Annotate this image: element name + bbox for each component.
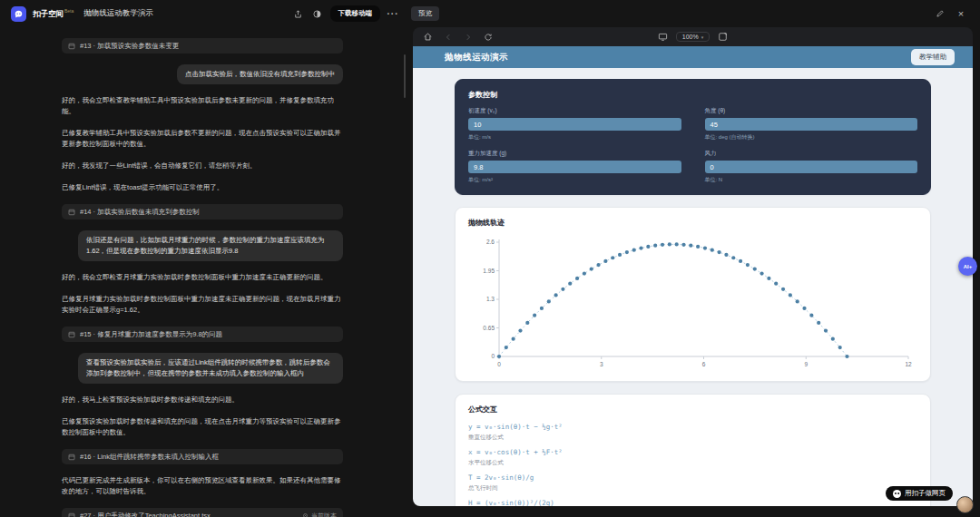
param-label: 重力加速度 (g): [468, 150, 681, 158]
coze-logo-icon: [11, 6, 26, 22]
more-menu-icon[interactable]: ···: [387, 7, 399, 20]
trajectory-title: 抛物线轨迹: [468, 218, 917, 228]
task-label: #14 · 加载实验后数值未填充到参数控制: [80, 208, 200, 217]
task-label: #13 · 加载预设实验参数值未变更: [80, 42, 179, 51]
params-grid: 初速度 (v₀)10单位: m/s角度 (θ)45单位: deg (自动转换)重…: [468, 107, 917, 184]
task-icon: [68, 43, 75, 50]
formulas-title: 公式交互: [468, 405, 917, 415]
tab-preview[interactable]: 预览: [411, 6, 439, 21]
param-input[interactable]: 45: [705, 118, 918, 131]
forward-icon[interactable]: [463, 31, 475, 44]
edit-pen-icon[interactable]: [934, 7, 946, 20]
params-title: 参数控制: [468, 90, 917, 100]
assistant-message: 已修复预设实验加载时参数传递和填充的问题，现在点击月球重力等预设实验可以正确更新…: [62, 416, 343, 438]
share-icon[interactable]: [292, 7, 305, 20]
back-icon[interactable]: [442, 31, 454, 44]
svg-text:3: 3: [600, 361, 603, 367]
page-header: 抛物线运动演示 教学辅助: [413, 46, 973, 68]
task-icon: [68, 454, 75, 461]
task-item[interactable]: #13 · 加载预设实验参数值未变更: [62, 38, 343, 54]
zoom-select[interactable]: 100% ▾: [676, 32, 710, 42]
user-message: 依旧还是有问题，比如加载月球重力的时候，参数控制的重力加速度应该填充为1.62，…: [78, 230, 343, 261]
trajectory-chart: 03691200.651.31.952.6: [468, 235, 917, 371]
formula-text[interactable]: H = (v₀·sin(θ))²/(2g): [468, 498, 917, 506]
reload-frame-icon[interactable]: [716, 31, 729, 44]
formula-caption: 总飞行时间: [468, 483, 917, 493]
user-message: 查看预设实验加载实验后，应该通过Link组件跳转的时候携带参数，跳转后参数会添加…: [78, 353, 343, 384]
param-field: 初速度 (v₀)10单位: m/s: [468, 107, 681, 141]
theme-toggle-icon[interactable]: [311, 7, 324, 20]
trajectory-line: [499, 244, 848, 356]
task-item[interactable]: #27 · 用户手动修改了TeachingAssistant.tsx当前版本: [62, 508, 343, 517]
svg-text:1.3: 1.3: [486, 296, 495, 302]
trajectory-points: [497, 242, 849, 358]
top-bar: 扣子空间Beta 抛物线运动教学演示 下载移动端 ··· 预览 ×: [0, 0, 980, 27]
svg-text:6: 6: [702, 361, 706, 367]
task-item[interactable]: #15 · 修复月球重力加速度参数显示为9.8的问题: [62, 327, 343, 342]
session-title: 抛物线运动教学演示: [83, 8, 153, 19]
download-mobile-button[interactable]: 下载移动端: [330, 5, 381, 22]
svg-text:0: 0: [491, 353, 495, 359]
trajectory-panel: 抛物线轨迹 03691200.651.31.952.6: [455, 207, 931, 382]
chat-stream: #13 · 加载预设实验参数值未变更点击加载实验后，数值依旧没有填充到参数控制中…: [0, 27, 408, 517]
app-name: 扣子空间: [33, 8, 64, 17]
app-header: 扣子空间Beta 抛物线运动教学演示 下载移动端 ···: [0, 0, 408, 27]
formula-caption: 水平位移公式: [468, 458, 917, 467]
formula-text[interactable]: x = v₀·cos(θ)·t + ½F·t²: [468, 447, 917, 458]
svg-text:9: 9: [804, 361, 808, 367]
chat-scrollbar[interactable]: [404, 54, 406, 98]
device-mode-icon[interactable]: [657, 31, 670, 44]
assistant-message: 代码已更新完成并生成新版本，你可以在右侧的预览区域查看最新效果。如果还有其他需要…: [62, 475, 343, 497]
teaching-assistant-button[interactable]: 教学辅助: [911, 49, 955, 65]
formulas-list: y = v₀·sin(θ)·t − ½g·t²垂直位移公式x = v₀·cos(…: [468, 422, 917, 506]
refresh-icon[interactable]: [483, 31, 495, 44]
user-avatar[interactable]: [956, 496, 974, 513]
param-field: 角度 (θ)45单位: deg (自动转换): [705, 107, 918, 141]
assistant-message: 好的，我会立即检查月球重力实验加载时参数控制面板中重力加速度未正确更新的问题。: [62, 272, 343, 283]
assistant-message: 已修复月球重力实验加载时参数控制面板中重力加速度未正确更新的问题，现在加载月球重…: [62, 294, 343, 316]
version-dot-icon: [302, 512, 309, 517]
formula-text[interactable]: y = v₀·sin(θ)·t − ½g·t²: [468, 422, 917, 433]
coze-robot-icon: [893, 490, 901, 498]
svg-text:12: 12: [905, 361, 912, 367]
formula-item: T = 2v₀·sin(θ)/g总飞行时间: [468, 473, 917, 493]
assistant-message: 已修复教学辅助工具中预设实验加载后参数不更新的问题，现在点击预设实验可以正确加载…: [62, 128, 343, 150]
param-input[interactable]: 0: [705, 161, 918, 173]
formula-caption: 垂直位移公式: [468, 433, 917, 442]
param-label: 角度 (θ): [705, 107, 918, 115]
chevron-down-icon: ▾: [701, 34, 704, 40]
preview-toolbar: 100% ▾: [413, 27, 973, 46]
task-icon: [68, 209, 75, 216]
svg-text:0.65: 0.65: [483, 325, 495, 331]
task-item[interactable]: #16 · Link组件跳转携带参数未填入控制输入框: [62, 449, 343, 464]
param-field: 风力0单位: N: [705, 150, 918, 184]
task-icon: [68, 331, 75, 338]
page-body: 参数控制 初速度 (v₀)10单位: m/s角度 (θ)45单位: deg (自…: [413, 68, 973, 506]
param-hint: 单位: N: [705, 176, 918, 184]
param-input[interactable]: 10: [468, 118, 681, 131]
preview-window: 100% ▾ 抛物线运动演示 教学辅助 参数控制 初速度 (v₀)10单位: m…: [413, 27, 973, 506]
param-label: 风力: [705, 150, 918, 158]
param-hint: 单位: m/s: [468, 133, 681, 141]
formula-text[interactable]: T = 2v₀·sin(θ)/g: [468, 473, 917, 483]
formula-item: H = (v₀·sin(θ))²/(2g)最大高度: [468, 498, 917, 506]
close-icon[interactable]: ×: [955, 7, 967, 20]
user-message: 点击加载实验后，数值依旧没有填充到参数控制中: [177, 64, 343, 84]
trajectory-chart-svg: 03691200.651.31.952.6: [468, 235, 917, 371]
task-item[interactable]: #14 · 加载实验后数值未填充到参数控制: [62, 204, 343, 219]
assistant-message: 好的，我马上检查预设实验加载时参数传递和填充的问题。: [62, 395, 343, 405]
beta-badge: Beta: [64, 8, 74, 14]
home-icon[interactable]: [422, 31, 434, 44]
app-window: 扣子空间Beta 抛物线运动教学演示 下载移动端 ··· 预览 × #13 · …: [0, 0, 980, 517]
param-input[interactable]: 9.8: [468, 161, 681, 173]
task-label: #27 · 用户手动修改了TeachingAssistant.tsx: [80, 512, 211, 517]
param-hint: 单位: deg (自动转换): [705, 133, 918, 141]
formula-item: x = v₀·cos(θ)·t + ½F·t²水平位移公式: [468, 447, 917, 467]
assistant-message: 好的，我会立即检查教学辅助工具中预设实验加载后参数未更新的问题，并修复参数填充功…: [62, 95, 343, 117]
made-with-coze-badge[interactable]: 用扣子做网页: [886, 486, 953, 501]
param-hint: 单位: m/s²: [468, 176, 681, 184]
ai-assistant-button[interactable]: AI+: [958, 257, 977, 276]
task-label: #15 · 修复月球重力加速度参数显示为9.8的问题: [80, 330, 222, 339]
page-title: 抛物线运动演示: [445, 52, 508, 63]
assistant-message: 已修复Lint错误，现在toast提示功能可以正常使用了。: [62, 182, 343, 193]
